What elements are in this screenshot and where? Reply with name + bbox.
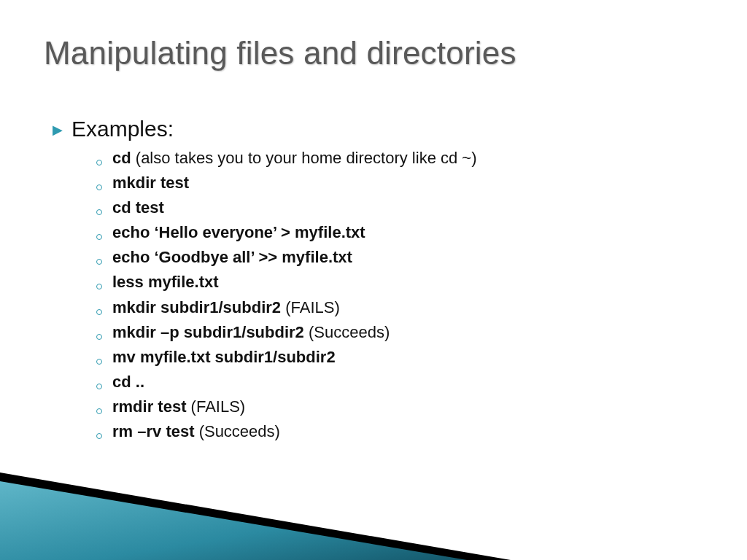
ring-bullet-icon (96, 184, 102, 190)
slide-content: ▶ Examples: cd (also takes you to your h… (53, 117, 694, 444)
command-text: mkdir test (112, 174, 189, 192)
svg-marker-0 (0, 472, 511, 560)
command-text: cd .. (112, 373, 144, 391)
decorative-bottom-triangle (0, 429, 747, 560)
ring-bullet-icon (96, 160, 102, 166)
command-text: echo ‘Hello everyone’ > myfile.txt (112, 223, 365, 241)
ring-bullet-icon (96, 284, 102, 289)
list-item: mkdir –p subdir1/subdir2 (Succeeds) (96, 320, 694, 345)
bullet-examples-label: Examples: (71, 117, 174, 141)
ring-bullet-icon (96, 384, 102, 389)
command-text: echo ‘Goodbye all’ >> myfile.txt (112, 248, 352, 266)
annotation-text: (Succeeds) (195, 422, 280, 440)
list-item: mv myfile.txt subdir1/subdir2 (96, 345, 694, 370)
triangle-bullet-icon: ▶ (53, 122, 63, 138)
slide: Manipulating files and directories ▶ Exa… (0, 0, 747, 560)
annotation-text: (Succeeds) (304, 323, 390, 341)
ring-bullet-icon (96, 209, 102, 215)
command-text: rm –rv test (112, 422, 195, 440)
list-item: mkdir test (96, 171, 694, 195)
command-text: cd (112, 149, 131, 167)
list-item: echo ‘Hello everyone’ > myfile.txt (96, 220, 694, 245)
ring-bullet-icon (96, 309, 102, 315)
list-item: cd (also takes you to your home director… (96, 146, 694, 171)
list-item: echo ‘Goodbye all’ >> myfile.txt (96, 245, 694, 270)
list-item: rmdir test (FAILS) (96, 394, 694, 419)
annotation-text: (also takes you to your home directory l… (131, 149, 477, 167)
ring-bullet-icon (96, 408, 102, 414)
ring-bullet-icon (96, 359, 102, 365)
command-text: rmdir test (112, 397, 186, 416)
list-item: cd .. (96, 370, 694, 394)
ring-bullet-icon (96, 234, 102, 240)
examples-sublist: cd (also takes you to your home director… (96, 146, 694, 444)
ring-bullet-icon (96, 433, 102, 439)
list-item: cd test (96, 195, 694, 220)
command-text: mkdir –p subdir1/subdir2 (112, 323, 304, 341)
command-text: mv myfile.txt subdir1/subdir2 (112, 348, 336, 366)
ring-bullet-icon (96, 334, 102, 340)
ring-bullet-icon (96, 259, 102, 265)
slide-title: Manipulating files and directories (44, 35, 516, 71)
command-text: cd test (112, 198, 164, 217)
list-item: rm –rv test (Succeeds) (96, 419, 694, 444)
list-item: mkdir subdir1/subdir2 (FAILS) (96, 295, 694, 320)
command-text: mkdir subdir1/subdir2 (112, 298, 281, 316)
list-item: less myfile.txt (96, 270, 694, 295)
annotation-text: (FAILS) (186, 397, 245, 416)
svg-marker-1 (0, 481, 467, 560)
bullet-examples: ▶ Examples: (53, 117, 694, 141)
command-text: less myfile.txt (112, 273, 219, 291)
annotation-text: (FAILS) (281, 298, 340, 316)
